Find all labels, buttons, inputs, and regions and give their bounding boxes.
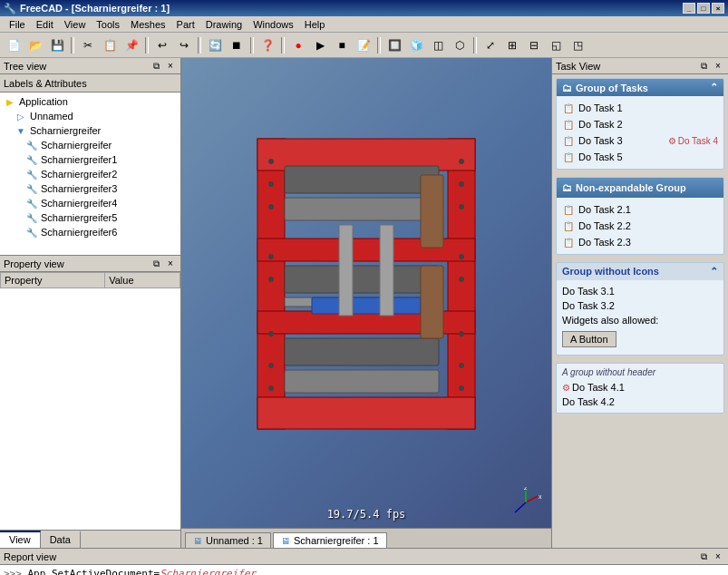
- tab-data[interactable]: Data: [41, 531, 81, 548]
- menu-tools[interactable]: Tools: [91, 18, 125, 31]
- svg-rect-6: [285, 166, 439, 193]
- prop-float-icon[interactable]: ⧉: [150, 258, 162, 270]
- tree-close-icon[interactable]: ×: [164, 60, 177, 73]
- svg-point-19: [268, 277, 274, 282]
- menu-edit[interactable]: Edit: [31, 18, 59, 31]
- close-button[interactable]: ×: [712, 3, 724, 14]
- tb-redo[interactable]: ↪: [174, 35, 194, 55]
- tb-macro[interactable]: 📝: [354, 35, 374, 55]
- tb-3d1[interactable]: 🔲: [384, 35, 404, 55]
- tree-item-6[interactable]: 🔧 Scharniergreifer6: [0, 225, 180, 239]
- tb-save[interactable]: 💾: [47, 35, 67, 55]
- doc-tab-schar[interactable]: 🖥 Scharniergreifer : 1: [273, 532, 387, 548]
- task-float-icon[interactable]: ⧉: [697, 60, 710, 73]
- task-group-3-collapse[interactable]: ⌃: [710, 266, 718, 278]
- svg-rect-10: [285, 338, 439, 365]
- task-item-4-1[interactable]: ⚙ Do Task 4.1: [562, 380, 718, 395]
- tb-new[interactable]: 📄: [4, 35, 24, 55]
- tb-paste[interactable]: 📌: [121, 35, 141, 55]
- tb-view4[interactable]: ◱: [546, 35, 566, 55]
- doc-tab-unnamed[interactable]: 🖥 Unnamed : 1: [185, 532, 271, 548]
- task-1-1-icon: 📋: [562, 102, 575, 114]
- tree-unnamed[interactable]: ▷ Unnamed: [0, 109, 180, 123]
- tb-play[interactable]: ▶: [310, 35, 330, 55]
- prop-close-icon[interactable]: ×: [164, 258, 177, 270]
- tb-copy[interactable]: 📋: [100, 35, 120, 55]
- task-item-1-2[interactable]: 📋 Do Task 2: [562, 116, 718, 132]
- task-item-1-1[interactable]: 📋 Do Task 1: [562, 100, 718, 116]
- tb-refresh[interactable]: 🔄: [205, 35, 225, 55]
- tree-item-3-label: Scharniergreifer3: [41, 183, 117, 194]
- tree-application[interactable]: ▶ Application: [0, 94, 180, 109]
- task-2-3-label: Do Task 2.3: [578, 237, 631, 248]
- tree-item-5-label: Scharniergreifer5: [41, 212, 117, 223]
- tb-stop2[interactable]: ■: [332, 35, 352, 55]
- task-1-2-label: Do Task 2: [578, 119, 623, 130]
- tree-item-2-label: Scharniergreifer2: [41, 169, 117, 180]
- task-1-1-label: Do Task 1: [578, 102, 623, 113]
- task-item-1-5[interactable]: 📋 Do Task 5: [562, 149, 718, 165]
- task-item-1-3[interactable]: 📋 Do Task 3 ⚙ Do Task 4: [562, 132, 718, 149]
- menu-windows[interactable]: Windows: [248, 18, 299, 31]
- tb-cut[interactable]: ✂: [78, 35, 98, 55]
- task-group-3-button[interactable]: A Button: [562, 331, 616, 347]
- tree-item-4[interactable]: 🔧 Scharniergreifer4: [0, 196, 180, 210]
- maximize-button[interactable]: □: [697, 3, 710, 14]
- tree-unnamed-label: Unnamed: [30, 111, 73, 122]
- task-group-1-icon: 🗂: [562, 83, 572, 93]
- menu-drawing[interactable]: Drawing: [200, 18, 248, 31]
- svg-rect-31: [339, 225, 353, 316]
- task-group-1-collapse[interactable]: ⌃: [710, 82, 718, 93]
- tree-float-icon[interactable]: ⧉: [150, 60, 162, 73]
- task-item-3-2[interactable]: Do Task 3.2: [562, 298, 718, 313]
- task-item-3-1[interactable]: Do Task 3.1: [562, 284, 718, 298]
- minimize-button[interactable]: _: [683, 3, 695, 14]
- tb-view5[interactable]: ◳: [568, 35, 587, 55]
- tree-item-5[interactable]: 🔧 Scharniergreifer5: [0, 210, 180, 225]
- report-close-icon[interactable]: ×: [712, 551, 724, 563]
- tree-item-2[interactable]: 🔧 Scharniergreifer2: [0, 167, 180, 181]
- labels-panel: Labels & Attributes: [0, 74, 180, 93]
- task-item-2-3[interactable]: 📋 Do Task 2.3: [562, 234, 718, 250]
- property-table: Property Value: [0, 272, 180, 288]
- task-item-2-2[interactable]: 📋 Do Task 2.2: [562, 218, 718, 234]
- tb-stop[interactable]: ⏹: [227, 35, 247, 55]
- tree-item-3[interactable]: 🔧 Scharniergreifer3: [0, 181, 180, 196]
- tb-undo[interactable]: ↩: [152, 35, 172, 55]
- task-item-4-2[interactable]: Do Task 4.2: [562, 395, 718, 409]
- report-float-icon[interactable]: ⧉: [697, 551, 710, 563]
- tree-scharniergreifer-root[interactable]: ▼ Scharniergreifer: [0, 123, 180, 138]
- viewport[interactable]: 19.7/5.4 fps x z: [181, 58, 551, 528]
- svg-rect-11: [285, 370, 439, 393]
- task-1-2-icon: 📋: [562, 118, 575, 131]
- tb-help[interactable]: ❓: [257, 35, 277, 55]
- menu-help[interactable]: Help: [299, 18, 331, 31]
- tb-3d2[interactable]: 🧊: [406, 35, 426, 55]
- tb-record[interactable]: ●: [288, 35, 308, 55]
- tree-item-1[interactable]: 🔧 Scharniergreifer1: [0, 152, 180, 167]
- menu-part[interactable]: Part: [171, 18, 200, 31]
- task-item-2-1[interactable]: 📋 Do Task 2.1: [562, 201, 718, 218]
- doc-tab-schar-icon: 🖥: [281, 536, 290, 546]
- window-title: FreeCAD - [Scharniergreifer : 1]: [20, 3, 170, 14]
- title-bar: 🔧 FreeCAD - [Scharniergreifer : 1] _ □ ×: [0, 0, 728, 16]
- tb-view2[interactable]: ⊞: [502, 35, 522, 55]
- task-1-3-label: Do Task 3: [578, 135, 623, 146]
- item0-icon: 🔧: [25, 139, 38, 151]
- tree-item-0[interactable]: 🔧 Scharniergreifer: [0, 138, 180, 152]
- menu-file[interactable]: File: [4, 18, 31, 31]
- task-close-icon[interactable]: ×: [712, 60, 724, 73]
- tb-3d3[interactable]: ◫: [428, 35, 448, 55]
- app-icon: 🔧: [4, 3, 16, 15]
- tree-item-4-label: Scharniergreifer4: [41, 198, 117, 209]
- task-group-3-title: Group without Icons: [562, 266, 659, 278]
- tb-view1[interactable]: ⤢: [480, 35, 500, 55]
- tb-3d4[interactable]: ⬡: [450, 35, 470, 55]
- doc-tabs: 🖥 Unnamed : 1 🖥 Scharniergreifer : 1: [181, 528, 551, 548]
- doc-tab-schar-label: Scharniergreifer : 1: [294, 535, 379, 546]
- tb-view3[interactable]: ⊟: [524, 35, 544, 55]
- tab-view[interactable]: View: [0, 531, 41, 548]
- menu-view[interactable]: View: [59, 18, 92, 31]
- menu-meshes[interactable]: Meshes: [125, 18, 171, 31]
- tb-open[interactable]: 📂: [25, 35, 45, 55]
